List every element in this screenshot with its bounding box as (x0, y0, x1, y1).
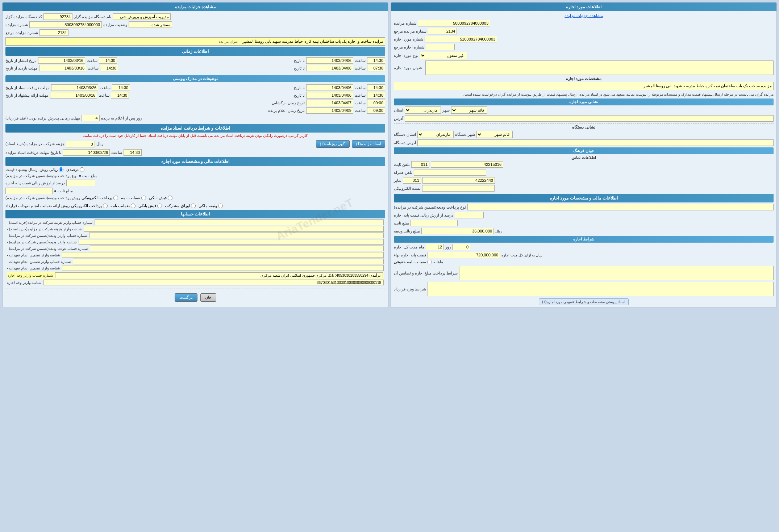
contract-share-label[interactable]: اوراق مشارکت (165, 204, 195, 208)
offer-from-time[interactable] (111, 92, 129, 99)
contract-guaran-radio[interactable] (131, 204, 136, 208)
address-input[interactable] (405, 115, 774, 122)
doc-deadline2-time[interactable] (124, 149, 142, 156)
account-3-input[interactable] (89, 233, 384, 238)
send-rial-radio-label[interactable]: ریالی (49, 167, 63, 172)
special-conditions-textarea[interactable] (428, 282, 774, 296)
fee-input[interactable] (66, 141, 95, 147)
doc-deadline-to-time[interactable] (367, 84, 385, 91)
account-6-input[interactable] (62, 252, 384, 258)
open-time[interactable] (367, 100, 385, 106)
lease-number-input[interactable] (425, 36, 497, 42)
right-auction-ref-input[interactable] (39, 29, 68, 36)
contract-elec-label[interactable]: پرداخت الکترونیکی (71, 204, 108, 208)
guarantee-radio-label[interactable]: ضمانت نامه حقوقی (394, 260, 432, 264)
right-fixed-input[interactable] (5, 188, 53, 194)
phone-input[interactable] (431, 161, 503, 168)
open-date[interactable] (306, 100, 353, 106)
days-input[interactable] (452, 244, 470, 250)
doc-btn2[interactable]: آگهی روزنامه(+) (316, 140, 350, 148)
doc-deadline-from-time[interactable] (112, 84, 130, 91)
contract-share-radio[interactable] (191, 204, 196, 208)
documents-button[interactable]: اسناد پیوستی مشخصات و شرایط عمومی مورد ا… (539, 298, 629, 305)
payment-guarantee-label[interactable]: ضمانت نامه (121, 196, 146, 200)
account-4-input[interactable] (79, 239, 384, 245)
fax-input[interactable] (422, 177, 495, 184)
payment-guarantee-radio[interactable] (141, 196, 146, 200)
deadline-to-time[interactable] (367, 65, 385, 71)
contract-days-input[interactable] (82, 115, 100, 121)
announce-time[interactable] (367, 107, 385, 114)
payment-fax-label[interactable]: فیش بانکی (149, 196, 172, 200)
pub-from-date[interactable] (38, 57, 85, 64)
device-name-input[interactable] (113, 13, 171, 20)
base-percent-input[interactable] (455, 212, 484, 218)
pub-from-time[interactable] (99, 57, 117, 64)
lease-ref-input[interactable] (426, 44, 455, 50)
account-row-2: شناسه وارثر هزینه شرکت در مزایده(خرید اس… (7, 226, 384, 232)
account-9-input[interactable] (55, 272, 383, 278)
lease-title-label: عنوان مورد اجاره (394, 66, 422, 70)
contract-days-label: مهلت زمانی پذیرش برنده بودن (عقد قرارداد… (5, 116, 80, 121)
account-5-input[interactable] (90, 246, 384, 251)
offer-from-date[interactable] (50, 92, 97, 99)
announce-date[interactable] (306, 107, 353, 114)
account-8-input[interactable] (62, 265, 384, 271)
deadline-from-time[interactable] (100, 65, 118, 71)
email-input[interactable] (422, 185, 495, 192)
device-address-input[interactable] (417, 139, 774, 146)
offer-to-date[interactable] (306, 92, 353, 99)
lease-title-textarea[interactable] (425, 60, 774, 75)
account-2-input[interactable] (84, 226, 384, 232)
deadline-from-date[interactable] (39, 65, 86, 71)
payment-type-input[interactable] (467, 204, 774, 210)
province-select[interactable]: مازندران (405, 106, 441, 114)
payment-fax-radio[interactable] (168, 196, 172, 200)
fixed-amount-input[interactable] (411, 220, 458, 226)
contract-property-label[interactable]: وثیقه ملکی (199, 204, 223, 208)
mobile-input[interactable] (414, 169, 486, 176)
send-percent-radio[interactable] (80, 167, 84, 172)
auction-number-input[interactable] (418, 20, 490, 26)
deadline-to-date[interactable] (306, 65, 353, 71)
city-select[interactable]: قائم شهر (451, 106, 487, 114)
device-city-select[interactable]: قائم شهر (476, 131, 513, 138)
view-details-link[interactable]: مشاهده جزئیات مزایده (565, 13, 603, 18)
fax-code-input[interactable] (403, 177, 421, 184)
account-1-input[interactable] (95, 219, 384, 225)
contract-property-radio[interactable] (218, 204, 223, 208)
guarantee-radio[interactable] (427, 260, 432, 264)
doc-deadline2-date[interactable] (63, 149, 110, 156)
send-percent-radio-label[interactable]: درصدی (66, 167, 84, 172)
device-province-select[interactable]: مازندران (417, 131, 454, 138)
months-input[interactable] (426, 244, 444, 250)
deposit-input[interactable] (421, 228, 494, 234)
auction-code-input[interactable] (43, 13, 72, 20)
auction-ref-input[interactable] (428, 28, 457, 34)
pub-to-time[interactable] (367, 57, 385, 64)
right-auction-num-input[interactable] (29, 21, 102, 28)
base-rent-input[interactable] (428, 252, 500, 258)
base-rent-label: قیمت پایه اجاره بهاء (394, 253, 426, 257)
phone-code-input[interactable] (411, 161, 429, 168)
pub-to-date[interactable] (306, 57, 353, 64)
close-button[interactable]: خان (200, 293, 216, 302)
payment-electronic-radio[interactable] (113, 196, 118, 200)
account-7-input[interactable] (73, 259, 384, 264)
offer-to-time[interactable] (367, 92, 385, 99)
lease-type-select[interactable]: غیر منقول (420, 52, 467, 59)
conditions-textarea[interactable] (459, 266, 774, 280)
doc-deadline-to-date[interactable] (306, 84, 353, 91)
send-rial-radio[interactable] (59, 167, 63, 172)
contract-elec-radio[interactable] (103, 204, 108, 208)
doc-deadline-from-date[interactable] (51, 84, 98, 91)
contract-guaran-label[interactable]: ضمانت نامه (111, 204, 136, 208)
back-button[interactable]: بازگشت (175, 293, 197, 302)
contract-bank-radio[interactable] (157, 204, 162, 208)
account-row-1: شماره حساب وارثر هزینه شرکت در مزایده(خر… (7, 219, 384, 225)
contract-bank-label[interactable]: فیش بانکی (138, 204, 162, 208)
right-base-percent-input[interactable] (66, 180, 95, 186)
account-10-input[interactable] (43, 280, 384, 285)
payment-electronic-label[interactable]: پرداخت الکترونیکی (82, 196, 118, 200)
doc-btn[interactable]: اسناد مزایده(1) (352, 140, 385, 148)
